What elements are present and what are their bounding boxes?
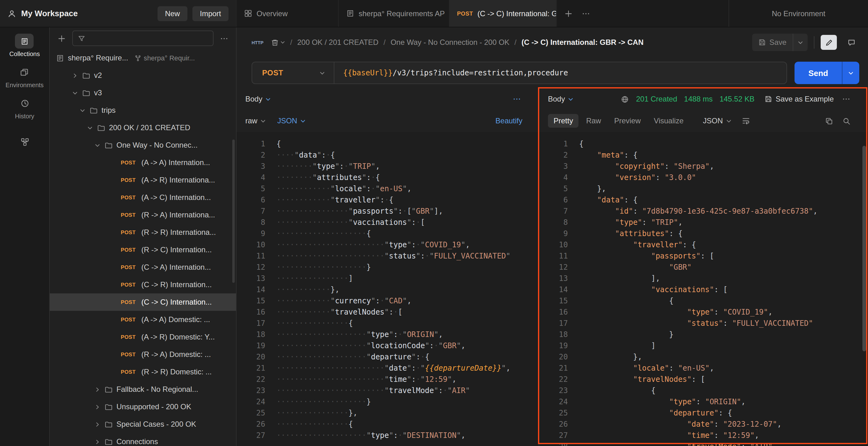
tree-request[interactable]: POST(A -> R) Domestic: Y... xyxy=(50,328,236,346)
chevron-down-icon[interactable] xyxy=(71,90,79,96)
tree-request[interactable]: POST(C -> R) Internation... xyxy=(50,276,236,293)
chevron-right-icon[interactable] xyxy=(93,404,101,410)
tree-request[interactable]: POST(A -> C) Internation... xyxy=(50,189,236,206)
tree-request[interactable]: POST(A -> A) Internation... xyxy=(50,154,236,171)
tree-folder[interactable]: Fallback - No Regional... xyxy=(50,381,236,398)
line-number: 11 xyxy=(237,250,265,262)
sidebar-options-button[interactable] xyxy=(219,33,230,44)
network-info-icon[interactable] xyxy=(621,95,629,103)
chevron-down-icon xyxy=(280,40,285,45)
tree-request[interactable]: POST(R -> C) Internation... xyxy=(50,241,236,259)
sidebar-scrollbar[interactable] xyxy=(232,140,235,283)
chevron-right-icon[interactable] xyxy=(93,439,101,444)
tree-request[interactable]: POST(A -> R) Internationa... xyxy=(50,171,236,189)
request-options-button[interactable] xyxy=(511,93,522,105)
language-dropdown[interactable]: JSON xyxy=(277,117,306,125)
workspace-switcher: My Workspace New Import xyxy=(0,0,237,27)
beautify-button[interactable]: Beautify xyxy=(495,117,522,125)
response-options-button[interactable] xyxy=(841,93,852,105)
wrap-text-button[interactable] xyxy=(740,115,751,126)
sidebar-rail-item-flows[interactable] xyxy=(15,135,34,149)
response-tab-pretty[interactable]: Pretty xyxy=(548,114,579,128)
tree-request[interactable]: POST(R -> R) Internationa... xyxy=(50,224,236,241)
tree-request[interactable]: POST(R -> R) Domestic: ... xyxy=(50,363,236,381)
url-path: /v3/trips?include=restriction,procedure xyxy=(393,68,568,77)
tree-folder[interactable]: v2 xyxy=(50,67,236,84)
response-tab-preview[interactable]: Preview xyxy=(609,114,646,128)
tab-2[interactable]: sherpa° Requirements AP xyxy=(339,0,450,27)
code-line: 3 "copyright": "Sherpa", xyxy=(539,161,868,172)
comment-button[interactable] xyxy=(843,35,859,50)
chevron-down-icon[interactable] xyxy=(86,125,93,130)
code-line: 6············"traveller":·{ xyxy=(237,195,538,206)
environment-selector[interactable]: No Environment xyxy=(728,0,868,27)
tree-folder[interactable]: Special Cases - 200 OK xyxy=(50,415,236,433)
code-line: 7 "id": "7d8b4790-1e36-425c-9e87-a3a0bfe… xyxy=(539,206,868,217)
send-options-button[interactable] xyxy=(842,62,859,84)
line-number: 7 xyxy=(237,206,265,217)
chevron-right-icon[interactable] xyxy=(71,72,79,78)
top-bar: My Workspace New Import Overviewsherpa° … xyxy=(0,0,868,27)
url-input[interactable]: {{baseUrl}}/v3/trips?include=restriction… xyxy=(334,68,577,77)
tree-folder[interactable]: Unsupported - 200 OK xyxy=(50,398,236,415)
breadcrumb-current: (C -> C) International: GBR -> CAN xyxy=(522,38,644,47)
response-scrollbar[interactable] xyxy=(862,146,866,351)
response-body-viewer[interactable]: 1{2 "meta": {3 "copyright": "Sherpa",4 "… xyxy=(539,132,868,446)
new-button[interactable]: New xyxy=(158,6,187,21)
tree-collection[interactable]: sherpa° Require...sherpa° Requir... xyxy=(50,49,236,67)
sidebar-rail-item-environments[interactable]: Environments xyxy=(6,65,43,88)
search-input[interactable] xyxy=(89,34,208,43)
import-button[interactable]: Import xyxy=(192,6,228,21)
tree-folder[interactable]: Connections xyxy=(50,433,236,446)
line-number: 20 xyxy=(237,351,265,362)
editor-panes: Body raw JSON Beautify 1{2····"data":·{3… xyxy=(237,88,868,446)
chevron-down-icon[interactable] xyxy=(79,108,86,113)
tree-folder[interactable]: One Way - No Connec... xyxy=(50,137,236,154)
method-select[interactable]: POST xyxy=(252,62,334,84)
request-body-dropdown[interactable]: Body xyxy=(245,95,271,103)
send-button[interactable]: Send xyxy=(795,62,842,84)
breadcrumb-segment[interactable]: 200 OK / 201 CREATED xyxy=(297,38,379,47)
save-button[interactable]: Save xyxy=(752,38,793,47)
add-request-button[interactable] xyxy=(56,33,67,44)
tree-request[interactable]: POST(R -> A) Internationa... xyxy=(50,206,236,224)
tab-1[interactable]: Overview xyxy=(237,0,339,27)
tree-request[interactable]: POST(C -> A) Internation... xyxy=(50,259,236,276)
save-as-example-button[interactable]: Save as Example xyxy=(764,95,834,103)
workspace-name[interactable]: My Workspace xyxy=(21,9,78,18)
tree-request[interactable]: POST(R -> A) Domestic: ... xyxy=(50,346,236,363)
response-tab-visualize[interactable]: Visualize xyxy=(648,114,689,128)
tab-options-button[interactable] xyxy=(580,8,592,19)
add-tab-button[interactable] xyxy=(563,8,574,19)
collection-menu-button[interactable] xyxy=(271,38,285,47)
chevron-right-icon[interactable] xyxy=(93,421,101,427)
chevron-down-icon[interactable] xyxy=(93,142,101,148)
tab-label: (C -> C) International: G xyxy=(477,9,557,18)
tree-folder[interactable]: v3 xyxy=(50,84,236,101)
search-box[interactable] xyxy=(72,31,214,46)
tab-3[interactable]: POST(C -> C) International: G xyxy=(450,0,557,27)
tree-folder[interactable]: trips xyxy=(50,101,236,119)
request-body-editor[interactable]: 1{2····"data":·{3········"type":·"TRIP",… xyxy=(237,132,538,446)
save-options-button[interactable] xyxy=(793,34,808,51)
edit-button[interactable] xyxy=(821,35,837,50)
chevron-right-icon[interactable] xyxy=(93,387,101,392)
tree-request[interactable]: POST(C -> C) Internation... xyxy=(50,293,236,311)
line-number: 6 xyxy=(539,195,568,206)
code-line: 12····················} xyxy=(237,262,538,273)
line-number: 9 xyxy=(237,228,265,239)
format-dropdown[interactable]: raw xyxy=(245,117,266,125)
code-line: 11 "passports": [ xyxy=(539,250,868,262)
breadcrumb-segment[interactable]: One Way - No Connection - 200 OK xyxy=(391,38,509,47)
copy-button[interactable] xyxy=(823,115,834,126)
sidebar-rail-item-history[interactable]: History xyxy=(15,96,34,120)
response-language-dropdown[interactable]: JSON xyxy=(703,117,732,125)
code-line: 26················{ xyxy=(237,419,538,430)
response-body-dropdown[interactable]: Body xyxy=(548,95,574,103)
search-response-button[interactable] xyxy=(841,115,852,126)
sidebar-rail-item-collections[interactable]: Collections xyxy=(9,34,40,57)
tree-request[interactable]: POST(A -> A) Domestic: ... xyxy=(50,311,236,328)
response-tab-raw[interactable]: Raw xyxy=(581,114,607,128)
tree-folder[interactable]: 200 OK / 201 CREATED xyxy=(50,119,236,137)
code-line: 15············"currency":·"CAD", xyxy=(237,295,538,306)
